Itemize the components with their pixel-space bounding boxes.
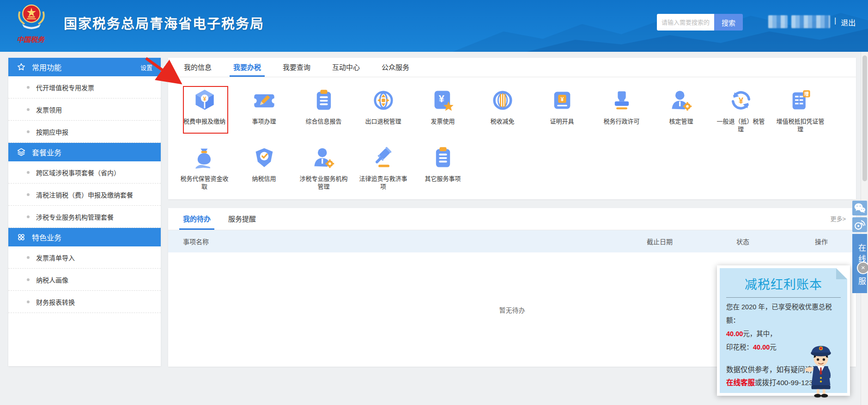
service-certificate-issuance[interactable]: ¥ 证明开具 xyxy=(532,88,592,133)
main-tabs: 我的信息 我要办税 我要查询 互动中心 公众服务 xyxy=(168,58,856,77)
tax-emblem-logo xyxy=(9,2,54,35)
tax-seal-icon xyxy=(491,88,515,112)
header-bar: 中国税务 国家税务总局青海省电子税务局 搜索 | 退出 xyxy=(0,0,868,52)
ticket-pencil-icon xyxy=(252,88,276,112)
sidebar-section-title: 常用功能 xyxy=(32,61,61,73)
shield-check-icon xyxy=(252,146,276,170)
yuan-star-icon: ¥ xyxy=(431,88,455,112)
sidebar-item-invoice-list-import[interactable]: 发票清单导入 xyxy=(8,246,161,269)
service-escrow-funds-collection[interactable]: 税务代保管资金收取 xyxy=(175,146,234,190)
popup-divider xyxy=(726,297,841,298)
sidebar-item-service-agency-package[interactable]: 涉税专业服务机构管理套餐 xyxy=(8,206,161,228)
services-panel: 我的信息 我要办税 我要查询 互动中心 公众服务 ¥ 税费申报及缴纳 事项办理 … xyxy=(168,58,856,199)
popup-line1: 您在 2020 年，已享受税收优惠总税额： xyxy=(726,303,832,324)
tab-my-info[interactable]: 我的信息 xyxy=(184,58,212,77)
tab-my-todo[interactable]: 我的待办 xyxy=(183,209,211,230)
sidebar-item-periodic-declaration[interactable]: 按期应申报 xyxy=(8,121,161,143)
logout-button[interactable]: 退出 xyxy=(841,17,856,28)
site-title: 国家税务总局青海省电子税务局 xyxy=(64,13,264,32)
logout-area: | 退出 xyxy=(834,17,856,28)
search-button[interactable]: 搜索 xyxy=(714,14,743,31)
weibo-icon xyxy=(853,218,867,232)
service-tax-administrative-license[interactable]: 税务行政许可 xyxy=(592,88,651,133)
stamp-icon xyxy=(610,88,634,112)
logo-caption: 中国税务 xyxy=(6,34,55,44)
username-redacted-1 xyxy=(768,15,788,28)
column-deadline: 截止日期 xyxy=(630,237,690,246)
service-tax-fee-declaration-payment[interactable]: ¥ 税费申报及缴纳 xyxy=(175,88,234,133)
popup-close-button[interactable]: × xyxy=(857,262,868,274)
sidebar-item-vat-special-invoice[interactable]: 代开增值税专用发票 xyxy=(8,76,161,98)
refund-cycle-icon: ¥ xyxy=(729,88,753,112)
svg-text:¥: ¥ xyxy=(203,96,206,102)
settings-button[interactable]: 设置 xyxy=(140,63,152,72)
todo-table-header: 事项名称 截止日期 状态 操作 xyxy=(168,230,856,252)
tab-public-service[interactable]: 公众服务 xyxy=(382,58,409,77)
service-tax-service-agency-management[interactable]: 涉税专业服务机构管理 xyxy=(294,146,353,190)
certificate-yuan-icon: ¥ xyxy=(550,88,574,112)
service-matter-handling[interactable]: 事项办理 xyxy=(234,88,294,133)
sidebar-item-tax-clearance-package[interactable]: 清税注销税（费）申报及缴纳套餐 xyxy=(8,184,161,206)
sidebar-item-cross-region-package[interactable]: 跨区域涉税事项套餐（省内） xyxy=(8,161,161,184)
service-general-tax-refund-management[interactable]: ¥ 一般退（抵）税管理 xyxy=(711,88,771,133)
service-comprehensive-info-report[interactable]: 综合信息报告 xyxy=(294,88,353,133)
globe-icon xyxy=(371,88,395,112)
services-row-2: 税务代保管资金收取 纳税信用 涉税专业服务机构管理 法律追责与救济事项 其它服务… xyxy=(168,146,856,190)
sidebar-item-taxpayer-portrait[interactable]: 纳税人画像 xyxy=(8,269,161,291)
svg-text:¥: ¥ xyxy=(738,96,743,105)
tab-tax-handling[interactable]: 我要办税 xyxy=(233,58,261,77)
tab-service-reminder[interactable]: 服务提醒 xyxy=(228,209,256,230)
column-action: 操作 xyxy=(796,237,847,246)
service-legal-accountability-relief[interactable]: 法律追责与救济事项 xyxy=(353,146,413,190)
sidebar-section-title: 套餐业务 xyxy=(32,147,61,158)
svg-text:¥: ¥ xyxy=(438,93,444,104)
column-status: 状态 xyxy=(690,237,796,246)
moneybag-hand-icon xyxy=(193,146,217,170)
svg-text:增: 增 xyxy=(804,91,808,97)
wechat-button[interactable] xyxy=(852,201,867,215)
search-input[interactable] xyxy=(657,14,714,31)
todo-tabs: 我的待办 服务提醒 更多> xyxy=(168,208,856,230)
clipboard-icon xyxy=(431,146,455,170)
svg-text:¥: ¥ xyxy=(560,96,564,103)
column-item-name: 事项名称 xyxy=(168,237,630,246)
person-gear-icon xyxy=(312,146,336,170)
header-search: 搜索 xyxy=(657,14,743,31)
service-other-services[interactable]: 其它服务事项 xyxy=(413,146,473,190)
cube-yuan-icon: ¥ xyxy=(193,88,217,112)
tab-my-query[interactable]: 我要查询 xyxy=(283,58,310,77)
tax-officer-mascot xyxy=(802,338,840,399)
stamp-tax-value: 40.00 xyxy=(753,344,770,351)
username-redacted-2 xyxy=(791,15,830,28)
grid-icon xyxy=(17,233,26,242)
service-vat-deduction-voucher-management[interactable]: 增 增值税抵扣凭证管理 xyxy=(771,88,830,133)
sidebar-section-title: 特色业务 xyxy=(32,232,61,243)
tab-interaction-center[interactable]: 互动中心 xyxy=(332,58,360,77)
scrollbar-thumb[interactable] xyxy=(862,55,867,181)
service-export-tax-refund-management[interactable]: 出口退税管理 xyxy=(353,88,413,133)
clipboard-icon xyxy=(312,88,336,112)
wechat-icon xyxy=(853,201,867,215)
service-tax-reduction-exemption[interactable]: 税收减免 xyxy=(473,88,532,133)
sidebar-section-common-functions: 常用功能 设置 xyxy=(8,58,161,76)
services-row-1: ¥ 税费申报及缴纳 事项办理 综合信息报告 出口退税管理 ¥ 发票使用 税收减免… xyxy=(168,88,856,133)
weibo-button[interactable] xyxy=(852,217,867,232)
star-icon xyxy=(17,62,26,72)
gavel-icon xyxy=(371,146,395,170)
total-amount-value: 40.00 xyxy=(726,330,743,338)
sidebar-item-invoice-collection[interactable]: 发票领用 xyxy=(8,98,161,121)
stamp-tax-label: 印花税： xyxy=(726,344,753,351)
sidebar-section-special-business: 特色业务 xyxy=(8,228,161,246)
voucher-add-icon: 增 xyxy=(789,88,813,112)
person-gear-icon xyxy=(669,88,693,112)
online-service-link[interactable]: 在线客服 xyxy=(726,379,755,387)
more-link[interactable]: 更多> xyxy=(830,208,846,230)
etax-bureau-page: 中国税务 国家税务总局青海省电子税务局 搜索 | 退出 常用功能 设置 代开增值… xyxy=(0,0,868,405)
logout-separator: | xyxy=(834,17,836,28)
service-tax-payment-credit[interactable]: 纳税信用 xyxy=(234,146,294,190)
service-assessment-management[interactable]: 核定管理 xyxy=(651,88,711,133)
popup-title: 减税红利账本 xyxy=(720,268,847,293)
sidebar: 常用功能 设置 代开增值税专用发票 发票领用 按期应申报 套餐业务 跨区域涉税事… xyxy=(8,58,161,366)
sidebar-item-financial-statement-conversion[interactable]: 财务报表转换 xyxy=(8,291,161,313)
service-invoice-use[interactable]: ¥ 发票使用 xyxy=(413,88,473,133)
